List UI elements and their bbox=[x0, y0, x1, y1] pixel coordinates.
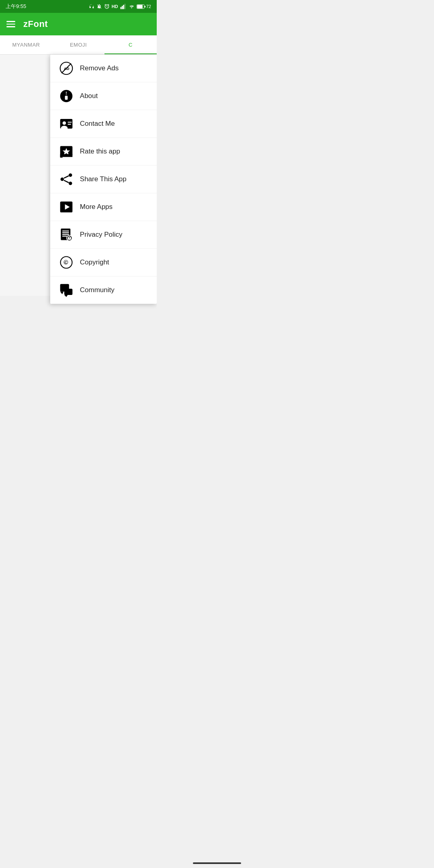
svg-rect-40 bbox=[64, 289, 72, 295]
menu-item-privacy[interactable]: Privacy Policy bbox=[50, 221, 157, 249]
menu-label-copyright: Copyright bbox=[80, 258, 109, 266]
tab-emoji[interactable]: EMOJI bbox=[52, 35, 104, 54]
alarm-icon bbox=[104, 4, 110, 9]
status-icons: HD 72 bbox=[89, 4, 151, 9]
svg-rect-2 bbox=[123, 5, 124, 9]
contact-icon bbox=[58, 116, 74, 132]
svg-rect-34 bbox=[68, 238, 70, 240]
svg-marker-39 bbox=[60, 291, 64, 294]
menu-label-contact: Contact Me bbox=[80, 120, 115, 128]
svg-rect-0 bbox=[120, 7, 121, 9]
more-apps-icon bbox=[58, 199, 74, 215]
menu-item-about[interactable]: ! About bbox=[50, 82, 157, 110]
rate-icon bbox=[58, 143, 74, 160]
menu-item-copyright[interactable]: © Copyright bbox=[50, 249, 157, 276]
svg-point-21 bbox=[69, 174, 72, 177]
svg-text:!: ! bbox=[66, 91, 67, 96]
svg-rect-5 bbox=[137, 5, 143, 8]
menu-label-about: About bbox=[80, 92, 98, 100]
svg-rect-20 bbox=[60, 154, 73, 157]
tab-bar: MYANMAR EMOJI C bbox=[0, 35, 157, 55]
menu-label-rate: Rate this app bbox=[80, 147, 120, 156]
wifi-icon bbox=[129, 4, 135, 9]
menu-item-remove-ads[interactable]: AD Remove Ads bbox=[50, 55, 157, 82]
status-bar: 上午9:55 HD 72 bbox=[0, 0, 157, 13]
hamburger-line-3 bbox=[6, 26, 15, 27]
tab-myanmar[interactable]: MYANMAR bbox=[0, 35, 52, 54]
svg-rect-6 bbox=[144, 6, 145, 7]
share-icon bbox=[58, 171, 74, 187]
svg-rect-3 bbox=[124, 4, 125, 9]
svg-rect-15 bbox=[68, 122, 72, 123]
svg-line-25 bbox=[64, 180, 69, 183]
app-bar: zFont bbox=[0, 13, 157, 35]
svg-rect-30 bbox=[62, 232, 69, 233]
hd-signal: HD bbox=[112, 4, 118, 9]
svg-rect-1 bbox=[122, 6, 123, 9]
svg-point-22 bbox=[60, 178, 64, 181]
svg-line-24 bbox=[64, 176, 69, 178]
privacy-icon bbox=[58, 227, 74, 243]
menu-label-more-apps: More Apps bbox=[80, 203, 113, 211]
community-icon bbox=[58, 282, 74, 298]
menu-label-remove-ads: Remove Ads bbox=[80, 64, 119, 72]
svg-rect-32 bbox=[62, 236, 67, 237]
copyright-icon: © bbox=[58, 254, 74, 270]
svg-rect-29 bbox=[62, 231, 69, 231]
menu-item-contact[interactable]: Contact Me bbox=[50, 110, 157, 138]
signal-icon bbox=[120, 4, 127, 9]
svg-rect-12 bbox=[65, 96, 68, 100]
svg-point-35 bbox=[69, 237, 70, 238]
svg-rect-31 bbox=[62, 234, 69, 235]
svg-line-9 bbox=[61, 63, 71, 73]
menu-label-privacy: Privacy Policy bbox=[80, 231, 123, 239]
menu-item-rate[interactable]: Rate this app bbox=[50, 138, 157, 166]
status-time: 上午9:55 bbox=[6, 3, 26, 10]
menu-item-community[interactable]: Community bbox=[50, 276, 157, 304]
mute-icon bbox=[96, 4, 102, 9]
dropdown-menu: AD Remove Ads ! About bbox=[50, 55, 157, 304]
svg-marker-41 bbox=[64, 295, 68, 297]
menu-label-share: Share This App bbox=[80, 175, 127, 183]
info-icon: ! bbox=[58, 88, 74, 104]
ad-block-icon: AD bbox=[58, 60, 74, 76]
svg-point-23 bbox=[69, 182, 72, 185]
svg-point-14 bbox=[62, 121, 66, 125]
main-content: AD Remove Ads ! About bbox=[0, 55, 157, 296]
menu-item-share[interactable]: Share This App bbox=[50, 166, 157, 193]
svg-text:©: © bbox=[63, 259, 68, 266]
battery-icon: 72 bbox=[137, 4, 151, 9]
svg-rect-16 bbox=[68, 124, 71, 125]
hamburger-line-2 bbox=[6, 24, 15, 25]
menu-item-more-apps[interactable]: More Apps bbox=[50, 193, 157, 221]
battery-body bbox=[137, 4, 145, 9]
headphone-icon bbox=[89, 4, 94, 9]
hamburger-line-1 bbox=[6, 21, 15, 22]
app-title: zFont bbox=[23, 19, 48, 29]
menu-label-community: Community bbox=[80, 286, 115, 294]
tab-custom[interactable]: C bbox=[104, 35, 157, 54]
hamburger-menu-button[interactable] bbox=[6, 21, 15, 27]
